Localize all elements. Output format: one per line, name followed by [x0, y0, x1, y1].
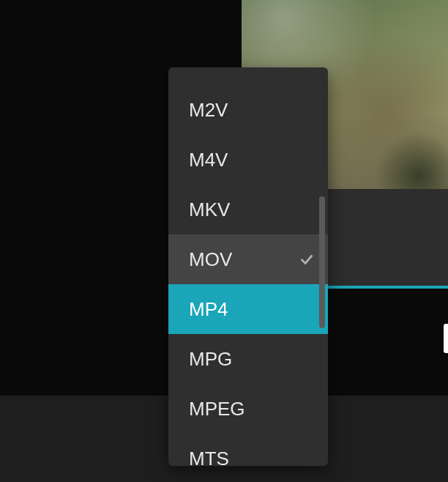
- format-option-mts[interactable]: MTS: [168, 434, 328, 466]
- format-option-label: MOV: [189, 248, 232, 271]
- check-icon: [299, 251, 315, 267]
- format-option-mp4[interactable]: MP4: [168, 284, 328, 334]
- format-option-mpeg[interactable]: MPEG: [168, 384, 328, 434]
- format-dropdown-menu[interactable]: M2V M4V MKV MOV MP4 MPG MPEG MTS: [168, 67, 328, 466]
- format-option-label: MKV: [189, 199, 230, 221]
- format-option-mov[interactable]: MOV: [168, 234, 328, 284]
- format-option-label: MPEG: [189, 398, 245, 420]
- video-content-foliage: [375, 132, 448, 189]
- format-option-label: MTS: [189, 448, 229, 467]
- format-option-label: MPG: [189, 348, 232, 371]
- format-option-mkv[interactable]: MKV: [168, 185, 328, 234]
- format-option-label: M2V: [189, 99, 228, 122]
- side-handle[interactable]: [444, 324, 448, 353]
- format-option-label: M4V: [189, 149, 228, 171]
- format-option-m4v[interactable]: M4V: [168, 135, 328, 185]
- format-option-mpg[interactable]: MPG: [168, 334, 328, 384]
- dropdown-scrollbar[interactable]: [319, 196, 325, 328]
- format-option-m2v[interactable]: M2V: [168, 85, 328, 135]
- format-option-label: MP4: [189, 298, 228, 321]
